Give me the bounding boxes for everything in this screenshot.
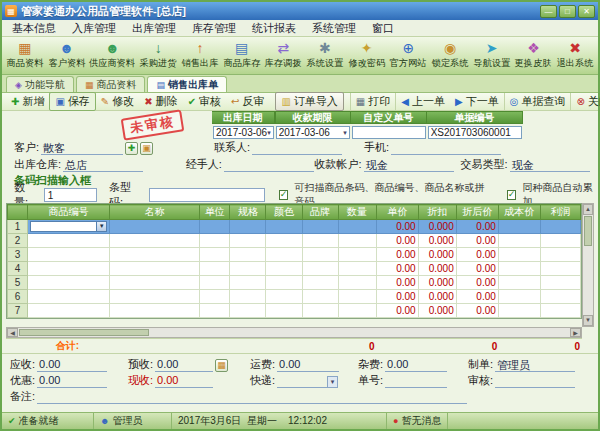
spec-cell[interactable] bbox=[230, 248, 266, 262]
unit-cell[interactable] bbox=[200, 304, 230, 318]
row-number-cell[interactable]: 3 bbox=[8, 248, 28, 262]
brand-cell[interactable] bbox=[302, 220, 338, 234]
cost-cell[interactable] bbox=[498, 262, 540, 276]
toolbar-button[interactable]: ◉ 锁定系统 bbox=[429, 38, 471, 74]
action-button[interactable]: ▥ 订单导入 bbox=[275, 92, 343, 111]
price-cell[interactable]: 0.00 bbox=[376, 304, 418, 318]
menu-item[interactable]: 基本信息 bbox=[4, 20, 64, 37]
discount-cell[interactable]: 0.000 bbox=[418, 304, 456, 318]
action-button[interactable]: ✚ 新增 bbox=[6, 93, 49, 110]
grid-row[interactable]: 7 ▼ 0.00 bbox=[8, 304, 581, 318]
action-button[interactable]: ✖ 删除 bbox=[139, 93, 182, 110]
toolbar-button[interactable]: ⊕ 官方网站 bbox=[388, 38, 430, 74]
vertical-scrollbar[interactable]: ▲ ▼ bbox=[582, 203, 594, 327]
tracking-number-input[interactable] bbox=[385, 374, 447, 388]
product-code-cell[interactable]: ▼ bbox=[28, 248, 110, 262]
action-button[interactable]: ▣ 保存 bbox=[49, 92, 95, 111]
toolbar-button[interactable]: ▤ 商品库存 bbox=[221, 38, 263, 74]
scroll-up-icon[interactable]: ▲ bbox=[583, 204, 593, 215]
product-name-cell[interactable] bbox=[110, 234, 200, 248]
toolbar-button[interactable]: ⇄ 库存调拨 bbox=[262, 38, 304, 74]
menu-item[interactable]: 库存管理 bbox=[184, 20, 244, 37]
qty-cell[interactable] bbox=[338, 262, 376, 276]
scan-option-checkbox[interactable] bbox=[279, 190, 289, 200]
qty-cell[interactable] bbox=[338, 248, 376, 262]
profit-cell[interactable] bbox=[540, 262, 580, 276]
action-button[interactable]: ▶ 下一单 bbox=[450, 93, 504, 110]
contact-input[interactable] bbox=[252, 141, 342, 155]
toolbar-button[interactable]: ↑ 销售出库 bbox=[179, 38, 221, 74]
grid-row[interactable]: 1 ▼ 0.00 bbox=[8, 220, 581, 234]
menu-item[interactable]: 窗口 bbox=[364, 20, 402, 37]
toolbar-button[interactable]: ↓ 采购进货 bbox=[137, 38, 179, 74]
toolbar-button[interactable]: ✱ 系统设置 bbox=[304, 38, 346, 74]
phone-input[interactable] bbox=[391, 141, 501, 155]
row-number-cell[interactable]: 4 bbox=[8, 262, 28, 276]
discounted-price-cell[interactable]: 0.00 bbox=[456, 276, 498, 290]
grid-row[interactable]: 5 ▼ 0.00 bbox=[8, 276, 581, 290]
discount-cell[interactable]: 0.000 bbox=[418, 248, 456, 262]
product-name-cell[interactable] bbox=[110, 290, 200, 304]
grid-row[interactable]: 4 ▼ 0.00 bbox=[8, 262, 581, 276]
menu-item[interactable]: 系统管理 bbox=[304, 20, 364, 37]
row-number-cell[interactable]: 7 bbox=[8, 304, 28, 318]
row-number-cell[interactable]: 2 bbox=[8, 234, 28, 248]
brand-cell[interactable] bbox=[302, 262, 338, 276]
qty-cell[interactable] bbox=[338, 290, 376, 304]
price-cell[interactable]: 0.00 bbox=[376, 276, 418, 290]
cash-received-input[interactable]: 0.00 bbox=[155, 374, 213, 388]
prepaid-detail-button[interactable]: ▦ bbox=[215, 359, 228, 372]
cost-cell[interactable] bbox=[498, 220, 540, 234]
profit-cell[interactable] bbox=[540, 234, 580, 248]
discounted-price-cell[interactable]: 0.00 bbox=[456, 262, 498, 276]
product-name-cell[interactable] bbox=[110, 262, 200, 276]
action-button[interactable]: ✎ 修改 bbox=[96, 93, 139, 110]
cost-cell[interactable] bbox=[498, 304, 540, 318]
account-input[interactable]: 现金 bbox=[364, 158, 454, 172]
unit-cell[interactable] bbox=[200, 290, 230, 304]
qty-cell[interactable] bbox=[338, 234, 376, 248]
row-number-cell[interactable]: 6 bbox=[8, 290, 28, 304]
action-button[interactable]: ↩ 反审 bbox=[226, 93, 269, 110]
unit-cell[interactable] bbox=[200, 234, 230, 248]
profit-cell[interactable] bbox=[540, 276, 580, 290]
qty-cell[interactable] bbox=[338, 276, 376, 290]
qty-cell[interactable] bbox=[338, 304, 376, 318]
cost-cell[interactable] bbox=[498, 234, 540, 248]
combo-dropdown-icon[interactable]: ▼ bbox=[96, 222, 106, 231]
menu-item[interactable]: 出库管理 bbox=[124, 20, 184, 37]
price-cell[interactable]: 0.00 bbox=[376, 248, 418, 262]
dropdown-arrow-icon[interactable]: ▾ bbox=[267, 127, 271, 138]
action-button[interactable]: ⊗ 关闭 bbox=[570, 93, 600, 110]
customer-input[interactable]: 散客 bbox=[41, 141, 123, 155]
discount-amount-input[interactable]: 0.00 bbox=[37, 374, 107, 388]
toolbar-button[interactable]: ✦ 修改密码 bbox=[346, 38, 388, 74]
product-code-cell[interactable]: ▼ bbox=[28, 234, 110, 248]
barcode-qty-input[interactable]: 1 bbox=[44, 188, 97, 202]
color-cell[interactable] bbox=[266, 262, 302, 276]
horizontal-scrollbar[interactable]: ◀ ▶ bbox=[6, 327, 582, 338]
cost-cell[interactable] bbox=[498, 290, 540, 304]
scroll-right-icon[interactable]: ▶ bbox=[570, 328, 581, 337]
unit-cell[interactable] bbox=[200, 220, 230, 234]
maximize-button[interactable]: □ bbox=[559, 5, 576, 18]
price-cell[interactable]: 0.00 bbox=[376, 290, 418, 304]
color-cell[interactable] bbox=[266, 304, 302, 318]
spec-cell[interactable] bbox=[230, 304, 266, 318]
discount-cell[interactable]: 0.000 bbox=[418, 290, 456, 304]
unit-cell[interactable] bbox=[200, 248, 230, 262]
row-number-cell[interactable]: 5 bbox=[8, 276, 28, 290]
barcode-input[interactable] bbox=[149, 188, 265, 202]
profit-cell[interactable] bbox=[540, 248, 580, 262]
discounted-price-cell[interactable]: 0.00 bbox=[456, 304, 498, 318]
horizontal-scroll-thumb[interactable] bbox=[19, 329, 149, 336]
doc-header-input[interactable]: 2017-03-06 ▾ bbox=[276, 126, 350, 139]
brand-cell[interactable] bbox=[302, 290, 338, 304]
product-code-cell[interactable]: ▼ bbox=[28, 276, 110, 290]
doc-header-input[interactable]: XS201703060001 bbox=[428, 126, 522, 139]
discounted-price-cell[interactable]: 0.00 bbox=[456, 290, 498, 304]
brand-cell[interactable] bbox=[302, 304, 338, 318]
browse-customer-button[interactable]: ▣ bbox=[140, 142, 153, 155]
scroll-down-icon[interactable]: ▼ bbox=[583, 315, 593, 326]
unit-cell[interactable] bbox=[200, 276, 230, 290]
